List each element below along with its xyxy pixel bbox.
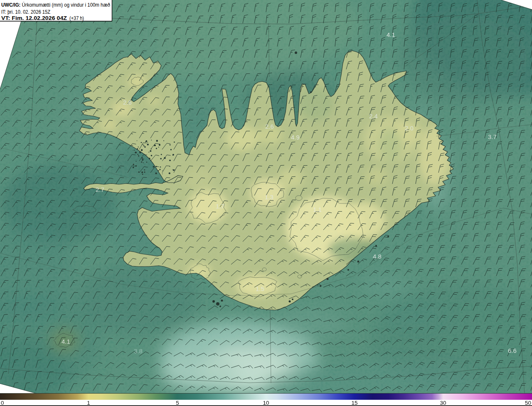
svg-text:4.1: 4.1	[387, 31, 395, 38]
svg-text:4.9: 4.9	[291, 134, 300, 141]
svg-text:2.0: 2.0	[405, 125, 414, 132]
svg-text:30: 30	[440, 400, 446, 406]
svg-text:2.6: 2.6	[123, 99, 132, 106]
svg-text:1.5: 1.5	[256, 285, 264, 292]
svg-text:2.7: 2.7	[96, 186, 104, 193]
svg-text:3.7: 3.7	[488, 133, 497, 140]
svg-text:VT: Fim. 12.02.2026 04Z (+37 h: VT: Fim. 12.02.2026 04Z (+37 h)	[1, 15, 84, 21]
svg-text:4.8: 4.8	[373, 253, 382, 260]
svg-text:15: 15	[351, 400, 357, 406]
svg-text:1: 1	[87, 400, 90, 406]
svg-text:3.8: 3.8	[134, 347, 143, 355]
svg-text:6.6: 6.6	[508, 347, 517, 354]
svg-text:2.4: 2.4	[369, 113, 378, 120]
svg-text:UWC/IG: Úrkomumætti (mm) og vi: UWC/IG: Úrkomumætti (mm) og vindur i 100…	[1, 2, 110, 8]
svg-text:5: 5	[176, 400, 179, 406]
svg-text:50: 50	[525, 400, 531, 406]
svg-text:1.3: 1.3	[265, 193, 273, 201]
svg-text:1.7: 1.7	[216, 203, 224, 210]
svg-text:1.1: 1.1	[313, 206, 322, 213]
svg-text:2.6: 2.6	[265, 123, 274, 130]
svg-text:0: 0	[1, 400, 4, 406]
svg-text:IT: þri. 10. 02. 2026 15Z: IT: þri. 10. 02. 2026 15Z	[1, 9, 50, 15]
svg-text:4.1: 4.1	[62, 338, 70, 345]
svg-text:10: 10	[263, 400, 269, 406]
